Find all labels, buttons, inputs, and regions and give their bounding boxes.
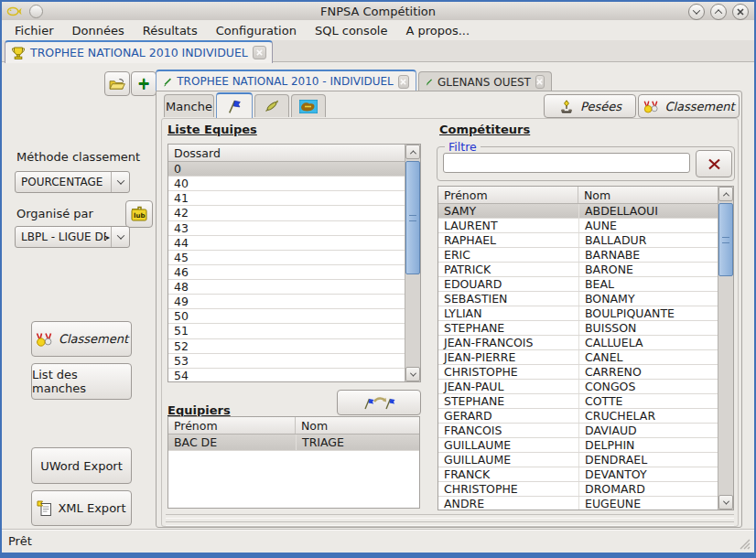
equipes-scrollbar-thumb[interactable] <box>405 161 420 274</box>
table-row[interactable]: JEAN-PIERRECANEL <box>438 350 733 365</box>
menu-item-configuration[interactable]: Configuration <box>207 22 306 39</box>
table-row[interactable]: JEAN-FRANCOISCALLUELA <box>438 336 733 350</box>
column-header-nom[interactable]: Nom <box>578 187 733 203</box>
xml-export-button[interactable]: XML Export <box>31 490 132 526</box>
competiteurs-scrollbar-thumb[interactable] <box>718 203 733 276</box>
table-row[interactable]: STEPHANECOTTE <box>438 394 733 409</box>
table-row[interactable]: BAC DETRIAGE <box>168 435 419 451</box>
table-row[interactable]: 48 <box>168 280 420 295</box>
filter-input[interactable] <box>443 153 690 173</box>
scroll-up-icon[interactable] <box>718 187 733 201</box>
tab-equipes-flag[interactable] <box>216 92 253 118</box>
tab-zone-map[interactable] <box>291 94 326 117</box>
menu-item-a-propos[interactable]: A propos... <box>396 22 479 39</box>
column-header-prenom[interactable]: Prénom <box>168 417 296 434</box>
table-row[interactable]: SAMYABDELLAOUI <box>438 204 733 219</box>
scroll-down-icon[interactable] <box>718 495 733 510</box>
table-row[interactable]: 40 <box>168 177 420 191</box>
sidebar-classement-button[interactable]: Classement <box>31 321 132 357</box>
swap-equipiers-button[interactable] <box>337 390 421 415</box>
medals-icon <box>643 100 659 113</box>
workspace-tab-close-button[interactable] <box>535 75 545 89</box>
table-row[interactable]: RAPHAELBALLADUR <box>438 233 733 248</box>
organise-par-select[interactable]: LBPL - LIGUE DE BRI ▸ <box>15 226 130 248</box>
add-competition-button[interactable]: + <box>131 71 157 96</box>
methode-classement-select[interactable]: POURCENTAGE <box>15 171 130 193</box>
document-tab-trophee[interactable]: TROPHEE NATIONAL 2010 INDIVIDUEL <box>5 40 273 63</box>
workspace-tab-label: GLENANS OUEST <box>437 76 531 89</box>
table-row[interactable]: 42 <box>168 206 420 220</box>
table-row[interactable]: CHRISTOPHEDROMARD <box>438 482 733 497</box>
table-row[interactable]: FRANCOISDAVIAUD <box>438 424 733 438</box>
toolbar-classement-button[interactable]: Classement <box>638 94 740 118</box>
minimize-button[interactable] <box>688 4 705 20</box>
table-row[interactable]: LAURENTAUNE <box>438 219 733 233</box>
table-row[interactable]: 54 <box>168 369 420 382</box>
table-row[interactable]: GUILLAUMEDELPHIN <box>438 438 733 453</box>
workspace-tab-close-button[interactable] <box>398 75 409 89</box>
table-row[interactable]: FRANCKDEVANTOY <box>438 467 733 482</box>
equipes-table-header[interactable]: Dossard <box>168 145 420 162</box>
table-row[interactable]: EDOUARDBEAL <box>438 277 733 292</box>
menu-item-resultats[interactable]: Résultats <box>134 22 207 39</box>
table-row[interactable]: STEPHANEBUISSON <box>438 321 733 336</box>
table-row[interactable]: ANDREEUGEUNE <box>438 497 733 510</box>
trophy-icon <box>11 46 26 60</box>
workspace-tab-label: TROPHEE NATIONAL 2010 - INDIVIDUEL <box>177 75 393 88</box>
organise-par-value: LBPL - LIGUE DE BRI <box>16 231 106 243</box>
club-button[interactable]: lub <box>125 200 153 228</box>
app-window: FNPSA Compétition Fichier Données Résult… <box>0 0 756 558</box>
document-tab-bar: TROPHEE NATIONAL 2010 INDIVIDUEL <box>2 40 754 62</box>
uword-export-button[interactable]: UWord Export <box>31 447 132 484</box>
menu-item-fichier[interactable]: Fichier <box>5 22 63 39</box>
table-row[interactable]: 50 <box>168 309 420 324</box>
table-row[interactable]: 53 <box>168 354 420 369</box>
table-row[interactable]: SEBASTIENBONAMY <box>438 292 733 306</box>
table-row[interactable]: 46 <box>168 265 420 280</box>
tab-manche[interactable]: Manche <box>164 94 214 117</box>
table-row[interactable]: CHRISTOPHECARRENO <box>438 365 733 380</box>
column-header-prenom[interactable]: Prénom <box>438 187 578 203</box>
competiteurs-table-header[interactable]: Prénom Nom <box>438 187 733 204</box>
resize-grip[interactable] <box>740 539 751 550</box>
equipiers-table-header[interactable]: Prénom Nom <box>168 417 419 435</box>
methode-classement-value: POURCENTAGE <box>16 176 111 188</box>
table-row[interactable]: 51 <box>168 324 420 338</box>
equipes-table-body: 04041424344454648495051525354 <box>168 162 420 382</box>
organise-par-label: Organisé par <box>16 207 93 220</box>
column-header-nom[interactable]: Nom <box>296 417 419 434</box>
table-row[interactable]: LYLIANBOULPIQUANTE <box>438 306 733 321</box>
table-row[interactable]: 52 <box>168 339 420 354</box>
table-cell: TRIAGE <box>296 435 419 450</box>
table-cell: GERARD <box>438 409 578 423</box>
clear-filter-button[interactable] <box>696 150 732 177</box>
table-row[interactable]: 45 <box>168 251 420 265</box>
menu-item-sql-console[interactable]: SQL console <box>306 22 397 39</box>
list-des-manches-button[interactable]: List des manches <box>31 363 132 400</box>
table-row[interactable]: PATRICKBARONE <box>438 263 733 277</box>
tab-poissons-fish[interactable] <box>254 94 289 117</box>
table-row[interactable]: JEAN-PAULCONGOS <box>438 380 733 394</box>
table-row[interactable]: 0 <box>168 162 420 177</box>
maximize-button[interactable] <box>710 4 727 20</box>
table-row[interactable]: GERARDCRUCHELAR <box>438 409 733 424</box>
document-tab-close-button[interactable] <box>253 46 266 59</box>
medals-icon <box>35 332 53 347</box>
workspace-tab-glenans[interactable]: GLENANS OUEST <box>418 71 552 91</box>
table-row[interactable]: 44 <box>168 236 420 251</box>
table-row[interactable]: 43 <box>168 221 420 236</box>
table-row[interactable]: 41 <box>168 191 420 206</box>
workspace-tab-trophee[interactable]: TROPHEE NATIONAL 2010 - INDIVIDUEL <box>156 70 416 91</box>
close-button[interactable] <box>732 4 749 20</box>
table-row[interactable]: GUILLAUMEDENDRAEL <box>438 453 733 467</box>
pesees-button[interactable]: Pesées <box>544 94 636 118</box>
competiteurs-scrollbar[interactable] <box>718 187 733 510</box>
table-row[interactable]: 49 <box>168 295 420 309</box>
equipes-scrollbar[interactable] <box>405 145 420 381</box>
open-competition-button[interactable] <box>104 71 130 96</box>
column-header-dossard[interactable]: Dossard <box>168 145 420 161</box>
table-row[interactable]: ERICBARNABE <box>438 248 733 263</box>
scroll-up-icon[interactable] <box>405 145 420 159</box>
scroll-down-icon[interactable] <box>405 367 420 381</box>
menu-item-donnees[interactable]: Données <box>63 22 134 39</box>
